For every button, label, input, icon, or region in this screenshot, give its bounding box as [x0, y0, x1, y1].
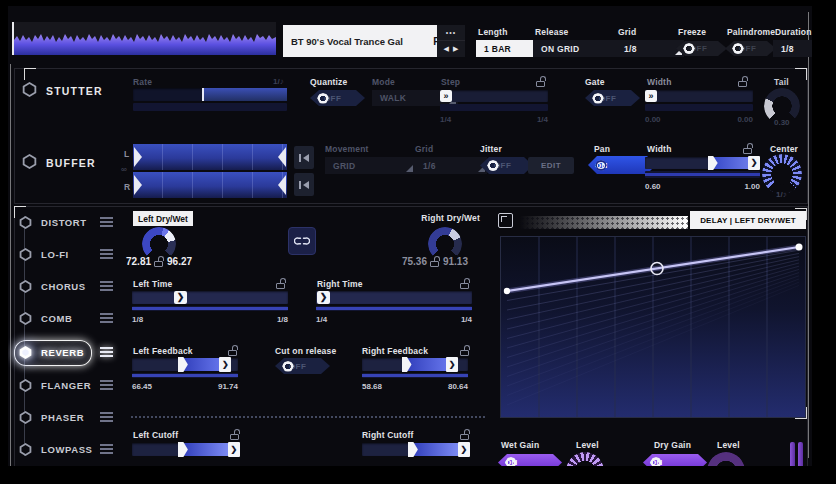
flanger-menu-icon[interactable] [100, 380, 113, 390]
expand-display-icon[interactable] [498, 213, 513, 228]
tail-label: Tail [774, 77, 789, 87]
release-dropdown[interactable]: ON GRID [533, 40, 625, 57]
preset-selector[interactable]: BT 90's Vocal Trance Gal F6 [283, 25, 453, 57]
right-feedback-slider[interactable]: ❯ [362, 358, 468, 371]
display-corner-icon [795, 208, 807, 220]
duration-dropdown[interactable]: 1/8 [773, 40, 812, 57]
wet-gain-toggle[interactable]: ON [498, 454, 562, 466]
lofi-menu-icon[interactable] [100, 249, 113, 259]
right-dry-wet-values: 75.36 91.13 [368, 256, 468, 267]
stutter-module-icon[interactable] [22, 82, 37, 97]
palindrome-toggle[interactable]: OFF [725, 41, 776, 56]
grid-dropdown[interactable]: 1/8 [616, 40, 684, 57]
dry-level-label: Level [717, 440, 740, 450]
comb-node-icon[interactable] [19, 312, 32, 325]
comb-menu-icon[interactable] [100, 313, 113, 323]
right-cutoff-lock-icon[interactable] [460, 429, 470, 440]
sidebar-item-reverb[interactable]: REVERB [14, 340, 116, 364]
step-lock-icon[interactable] [536, 76, 546, 87]
output-meter-bar [790, 442, 795, 466]
quantize-toggle[interactable]: OFF [310, 90, 365, 106]
freeze-label: Freeze [678, 27, 706, 37]
phaser-menu-icon[interactable] [100, 412, 113, 422]
sidebar-item-label: LO-FI [41, 249, 69, 260]
step-min: 1/4 [440, 115, 451, 124]
right-time-slider[interactable]: ❯ [316, 291, 472, 304]
buffer-width-slider[interactable]: ❯ [645, 157, 760, 169]
sidebar-item-lofi[interactable]: LO-FI [14, 242, 116, 266]
left-cutoff-lock-icon[interactable] [230, 429, 240, 440]
chain-link-icon [294, 236, 310, 246]
left-time-handle[interactable]: ❯ [174, 291, 187, 304]
right-time-lock-icon[interactable] [460, 278, 470, 289]
stutter-width-lock-icon[interactable] [738, 76, 748, 87]
buffer-link-icon[interactable]: ∞ [121, 165, 127, 174]
chorus-menu-icon[interactable] [100, 281, 113, 291]
sidebar-item-lowpass[interactable]: LOWPASS [14, 437, 116, 461]
phaser-node-icon[interactable] [19, 411, 32, 424]
jitter-edit-button[interactable]: EDIT [528, 157, 574, 174]
jitter-toggle[interactable]: OFF [480, 157, 533, 174]
right-dry-wet-lock-icon[interactable] [430, 256, 440, 267]
lowpass-menu-icon[interactable] [100, 444, 113, 454]
skip-back-icon [299, 153, 310, 163]
lowpass-node-icon[interactable] [19, 443, 32, 456]
buffer-right-reset-button[interactable] [294, 173, 314, 196]
rate-slider[interactable] [133, 88, 287, 101]
left-cutoff-slider[interactable]: ❯ [132, 443, 238, 456]
sidebar-item-comb[interactable]: COMB [14, 306, 116, 330]
buffer-left-reset-button[interactable] [294, 146, 314, 169]
left-time-slider[interactable]: ❯ [132, 291, 288, 304]
dry-gain-toggle[interactable]: ON [643, 454, 707, 466]
buffer-width-max-handle[interactable]: ❯ [748, 156, 760, 170]
step-slider-handle[interactable]: » [440, 90, 452, 102]
left-cutoff-max-handle[interactable]: ❯ [228, 442, 240, 457]
preset-next-button[interactable]: ▶ [453, 45, 458, 53]
buffer-left-strip[interactable] [133, 144, 287, 170]
reverb-menu-icon[interactable] [100, 347, 113, 357]
preset-menu-button[interactable]: ••• [437, 25, 465, 41]
distort-menu-icon[interactable] [100, 217, 113, 227]
freeze-toggle[interactable]: OFF [676, 41, 727, 56]
cut-on-release-toggle[interactable]: OFF [275, 358, 330, 374]
stereo-link-button[interactable] [288, 227, 316, 255]
left-feedback-lock-icon[interactable] [228, 345, 238, 356]
sidebar-item-distort[interactable]: DISTORT [14, 210, 116, 234]
sidebar-item-phaser[interactable]: PHASER [14, 405, 116, 429]
cut-on-release-label: Cut on release [275, 346, 336, 356]
length-value: 1 BAR [484, 44, 511, 54]
center-knob[interactable] [762, 154, 802, 194]
buffer-gridlines [133, 144, 287, 170]
sidebar-item-chorus[interactable]: CHORUS [14, 274, 116, 298]
output-meter-bar [798, 442, 803, 466]
left-dry-wet-lock-icon[interactable] [154, 256, 164, 267]
stutter-width-slider[interactable]: » [645, 90, 753, 102]
buffer-right-strip[interactable] [133, 172, 287, 198]
left-time-lock-icon[interactable] [276, 278, 286, 289]
stutter-width-slider-handle[interactable]: » [645, 90, 657, 102]
buffer-width-lock-icon[interactable] [743, 143, 753, 154]
chorus-node-icon[interactable] [19, 280, 32, 293]
right-cutoff-max-handle[interactable]: ❯ [458, 442, 470, 457]
preset-prev-button[interactable]: ◀ [444, 45, 449, 53]
left-feedback-slider[interactable]: ❯ [132, 358, 238, 371]
flanger-node-icon[interactable] [19, 379, 32, 392]
stutter-width-min: 0.00 [645, 115, 661, 124]
right-feedback-lock-icon[interactable] [460, 345, 470, 356]
step-slider[interactable]: » [440, 90, 548, 102]
lofi-node-icon[interactable] [19, 248, 32, 261]
delay-drywet-graph[interactable] [500, 236, 806, 418]
left-feedback-max-handle[interactable]: ❯ [219, 357, 231, 372]
rate-slider-handle[interactable] [202, 88, 204, 101]
sidebar-item-flanger[interactable]: FLANGER [14, 373, 116, 397]
right-time-handle[interactable]: ❯ [317, 291, 330, 304]
panel-corner-icon [24, 68, 36, 80]
movement-dropdown[interactable]: GRID [325, 157, 415, 174]
reverb-node-icon[interactable] [19, 346, 32, 359]
movement-value: GRID [333, 161, 355, 171]
right-feedback-max-handle[interactable]: ❯ [446, 357, 458, 372]
buffer-grid-dropdown[interactable]: 1/6 [415, 157, 487, 174]
gate-toggle[interactable]: OFF [585, 90, 640, 106]
buffer-module-icon[interactable] [22, 154, 37, 169]
right-cutoff-slider[interactable]: ❯ [362, 443, 468, 456]
